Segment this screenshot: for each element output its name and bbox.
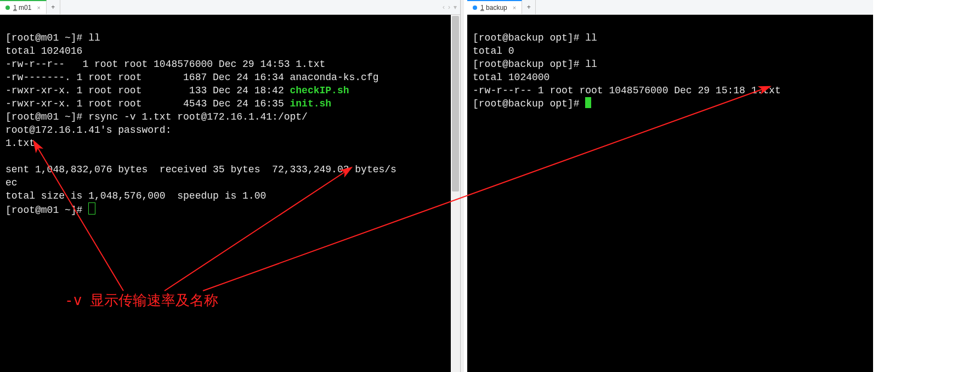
output-line: -rwxr-xr-x. 1 root root 133 Dec 24 18:42 (5, 85, 290, 96)
terminal-left[interactable]: [root@m01 ~]# ll total 1024016 -rw-r--r-… (0, 15, 460, 372)
output-line: total 0 (473, 46, 514, 57)
tabbar-right: 1 backup × + (467, 0, 873, 15)
prompt: [root@m01 ~]# (5, 205, 88, 216)
cursor-icon (585, 97, 591, 108)
prompt: [root@backup opt]# (473, 32, 585, 43)
tab-nav: ‹ › ▾ (439, 0, 460, 14)
prompt: [root@backup opt]# (473, 59, 585, 70)
output-line: sent 1,048,832,076 bytes received 35 byt… (5, 164, 396, 175)
output-line: -rw-r--r-- 1 root root 1048576000 Dec 29… (473, 85, 781, 96)
output-line: root@172.16.1.41's password: (5, 125, 171, 136)
output-line: total size is 1,048,576,000 speedup is 1… (5, 190, 266, 201)
prompt: [root@m01 ~]# (5, 111, 88, 122)
new-tab-button[interactable]: + (522, 0, 536, 14)
file-exec: init.sh (290, 98, 331, 109)
nav-right-icon[interactable]: › (448, 3, 450, 11)
tabbar-left: 1 m01 × + ‹ › ▾ (0, 0, 460, 15)
output-line: 1.txt (5, 138, 35, 149)
output-line: -rwxr-xr-x. 1 root root 4543 Dec 24 16:3… (5, 98, 290, 109)
close-icon[interactable]: × (513, 4, 516, 11)
status-dot-icon (5, 5, 10, 10)
terminal-right[interactable]: [root@backup opt]# ll total 0 [root@back… (467, 15, 873, 372)
tab-label: 1 m01 (13, 4, 31, 12)
cmd: rsync -v 1.txt root@172.16.1.41:/opt/ (88, 111, 308, 122)
pane-right: 1 backup × + [root@backup opt]# ll total… (467, 0, 873, 372)
prompt: [root@m01 ~]# (5, 32, 88, 43)
nav-left-icon[interactable]: ‹ (443, 3, 445, 11)
tab-label: 1 backup (480, 4, 507, 12)
cmd: ll (585, 59, 597, 70)
scrollbar[interactable] (451, 15, 460, 372)
tab-backup[interactable]: 1 backup × (467, 0, 522, 14)
output-line: ec (5, 177, 18, 188)
close-icon[interactable]: × (37, 4, 40, 11)
file-exec: checkIP.sh (290, 85, 349, 96)
status-dot-icon (473, 5, 477, 10)
cmd: ll (88, 32, 100, 43)
app-root: 1 m01 × + ‹ › ▾ [root@m01 ~]# ll total 1… (0, 0, 980, 372)
pane-divider[interactable] (461, 0, 464, 372)
output-line: total 1024016 (5, 46, 82, 57)
nav-menu-icon[interactable]: ▾ (454, 3, 457, 11)
cursor-icon (88, 202, 95, 215)
output-line: total 1024000 (473, 72, 550, 83)
pane-left: 1 m01 × + ‹ › ▾ [root@m01 ~]# ll total 1… (0, 0, 461, 372)
output-line: -rw-------. 1 root root 1687 Dec 24 16:3… (5, 72, 379, 83)
cmd: ll (585, 32, 597, 43)
prompt: [root@backup opt]# (473, 98, 585, 109)
scrollbar-thumb[interactable] (452, 16, 459, 191)
tab-m01[interactable]: 1 m01 × (0, 0, 47, 14)
new-tab-button[interactable]: + (47, 0, 60, 14)
output-line: -rw-r--r-- 1 root root 1048576000 Dec 29… (5, 59, 325, 70)
